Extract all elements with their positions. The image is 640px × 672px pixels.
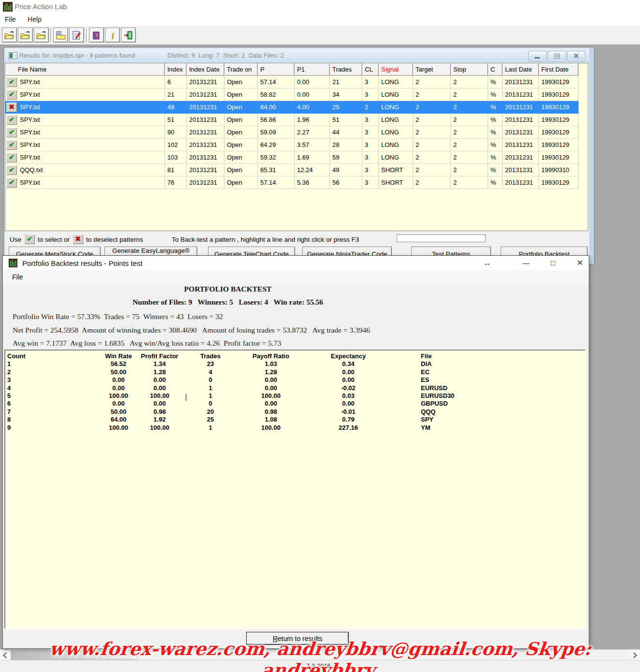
results-close-button[interactable]: ✕ bbox=[567, 51, 585, 61]
column-header-index-date[interactable]: Index Date bbox=[187, 63, 224, 76]
backtest-heading: PORTFOLIO BACKTEST bbox=[3, 285, 453, 293]
scan-folder-button[interactable] bbox=[53, 28, 68, 43]
column-header-trades[interactable]: Trades bbox=[330, 63, 362, 76]
column-header-p1[interactable]: P1 bbox=[295, 63, 330, 76]
results-restore-button[interactable] bbox=[548, 51, 566, 61]
menu-help[interactable]: Help bbox=[23, 14, 46, 25]
pattern-row[interactable]: ✔SPY.txt2120131231Open58.820.00343LONG22… bbox=[5, 88, 579, 101]
cell: % bbox=[488, 139, 503, 151]
check-icon[interactable]: ✔ bbox=[6, 153, 17, 162]
backtest-column-header: File bbox=[392, 352, 432, 360]
results-window-titlebar[interactable]: Results for: tmpdps.spr - 9 patterns fou… bbox=[5, 48, 589, 63]
open-file-button-1[interactable] bbox=[2, 28, 17, 43]
open-file-button-3[interactable] bbox=[34, 28, 49, 43]
edit-note-button[interactable] bbox=[69, 28, 84, 43]
backtest-cell: 50.00 bbox=[102, 408, 135, 416]
cell: 20131231 bbox=[503, 139, 539, 151]
pattern-row[interactable]: ✔SPY.txt620131231Open57.140.00213LONG22%… bbox=[5, 76, 579, 88]
horizontal-scrollbar[interactable] bbox=[0, 649, 640, 660]
check-icon[interactable]: ✔ bbox=[6, 165, 17, 175]
backtest-column-header: Win Rate bbox=[102, 352, 135, 360]
cell: 81 bbox=[165, 164, 187, 176]
check-icon[interactable]: ✔ bbox=[6, 77, 17, 87]
cell: 2 bbox=[413, 101, 451, 114]
open-file-button-2[interactable] bbox=[18, 28, 33, 43]
column-header-c[interactable]: C bbox=[488, 63, 503, 76]
backtest-menubar: File bbox=[3, 270, 589, 284]
cell: Open bbox=[224, 164, 258, 176]
pattern-row[interactable]: ✔SPY.txt10220131231Open64.293.57283LONG2… bbox=[5, 139, 579, 151]
return-to-results-button[interactable]: Return to results bbox=[246, 632, 349, 645]
cell: % bbox=[488, 88, 503, 101]
backtest-cell: 8 bbox=[5, 416, 102, 424]
column-header-signal[interactable]: Signal bbox=[379, 63, 413, 76]
app-menubar: File Help bbox=[0, 14, 640, 26]
close-icon[interactable]: × bbox=[572, 256, 588, 270]
menu-file[interactable]: File bbox=[0, 14, 21, 25]
cell: 2 bbox=[451, 114, 488, 126]
backtest-window-icon bbox=[9, 259, 17, 267]
minimize-icon[interactable]: — bbox=[518, 256, 534, 270]
pattern-row[interactable]: ✔SPY.txt5120131231Open56.861.96513LONG22… bbox=[5, 114, 579, 126]
cell: 49 bbox=[330, 164, 362, 176]
pattern-row[interactable]: ✔SPY.txt7620131231Open57.145.36563SHORT2… bbox=[5, 176, 579, 189]
column-header-target[interactable]: Target bbox=[413, 63, 451, 76]
cross-icon[interactable]: ✖ bbox=[6, 102, 17, 112]
open-folder-icon bbox=[20, 30, 31, 41]
about-info-icon: i bbox=[107, 30, 119, 41]
cell: SHORT bbox=[379, 164, 413, 176]
backtest-menu-file[interactable]: File bbox=[9, 272, 26, 282]
cell: 51 bbox=[330, 114, 362, 126]
backtest-cell: 0.00 bbox=[237, 376, 305, 384]
cell: 20131231 bbox=[187, 151, 224, 164]
cell: Open bbox=[224, 88, 258, 101]
column-header-cl[interactable]: CL bbox=[362, 63, 379, 76]
cell: 103 bbox=[165, 151, 187, 164]
pattern-row[interactable]: ✔SPY.txt9020131231Open59.092.27443LONG22… bbox=[5, 126, 579, 139]
cell: 2 bbox=[451, 101, 488, 114]
column-header-index[interactable]: Index bbox=[165, 63, 187, 76]
check-icon[interactable]: ✔ bbox=[6, 140, 17, 150]
pattern-row[interactable]: ✔SPY.txt10320131231Open59.321.69593LONG2… bbox=[5, 151, 579, 164]
cell: 20131231 bbox=[503, 126, 539, 139]
check-icon[interactable]: ✔ bbox=[6, 115, 17, 125]
about-info-button[interactable]: i bbox=[105, 28, 120, 43]
backtest-cell: 56.52 bbox=[102, 360, 135, 368]
check-icon[interactable]: ✔ bbox=[6, 128, 17, 137]
cell: 3 bbox=[362, 176, 379, 189]
cell: 2 bbox=[413, 164, 451, 176]
backtest-cell: 0.00 bbox=[135, 376, 184, 384]
cell: Open bbox=[224, 151, 258, 164]
exit-door-button[interactable] bbox=[121, 28, 136, 43]
cell: 19930129 bbox=[539, 139, 579, 151]
help-book-button[interactable]: ? bbox=[89, 28, 104, 43]
column-header-last-date[interactable]: Last Date bbox=[503, 63, 539, 76]
check-icon[interactable]: ✔ bbox=[6, 90, 17, 100]
scroll-right-button[interactable] bbox=[630, 650, 640, 660]
column-header-stop[interactable]: Stop bbox=[451, 63, 488, 76]
scroll-left-button[interactable] bbox=[0, 650, 10, 660]
cell: 25 bbox=[330, 101, 362, 114]
pattern-row[interactable]: ✖SPY.txt4820131231Open64.004.00252LONG22… bbox=[5, 101, 579, 114]
backtest-row: 9100.00100.001100.00227.16YM bbox=[5, 424, 585, 432]
backtest-cell: 100.00 bbox=[102, 392, 135, 400]
check-icon[interactable]: ✔ bbox=[6, 178, 17, 188]
backtest-window-titlebar[interactable]: Portfolio Backtest results - Points test… bbox=[3, 256, 589, 270]
results-minimize-button[interactable] bbox=[528, 51, 547, 61]
cell: 19930129 bbox=[539, 151, 579, 164]
column-header-file-name[interactable]: File Name bbox=[5, 63, 165, 76]
resize-icon[interactable]: ↔ bbox=[479, 256, 495, 270]
backtest-cell: 20 bbox=[184, 408, 237, 416]
column-header-p[interactable]: P bbox=[258, 63, 295, 76]
cell: 19930129 bbox=[539, 126, 579, 139]
scrollbar-thumb[interactable] bbox=[11, 650, 137, 660]
maximize-icon[interactable]: □ bbox=[545, 256, 561, 270]
backtest-cell: 0.79 bbox=[305, 416, 392, 424]
backtest-row: 864.001.92251.080.79SPY bbox=[5, 416, 585, 424]
file-name: QQQ.txt bbox=[20, 164, 43, 176]
backtest-cell: 1 bbox=[184, 392, 237, 400]
pattern-row[interactable]: ✔QQQ.txt8120131231Open65.3112.24493SHORT… bbox=[5, 164, 579, 176]
file-name: SPY.txt bbox=[20, 101, 40, 113]
column-header-trade-on[interactable]: Trade on bbox=[224, 63, 258, 76]
column-header-first-date[interactable]: First Date bbox=[539, 63, 579, 76]
